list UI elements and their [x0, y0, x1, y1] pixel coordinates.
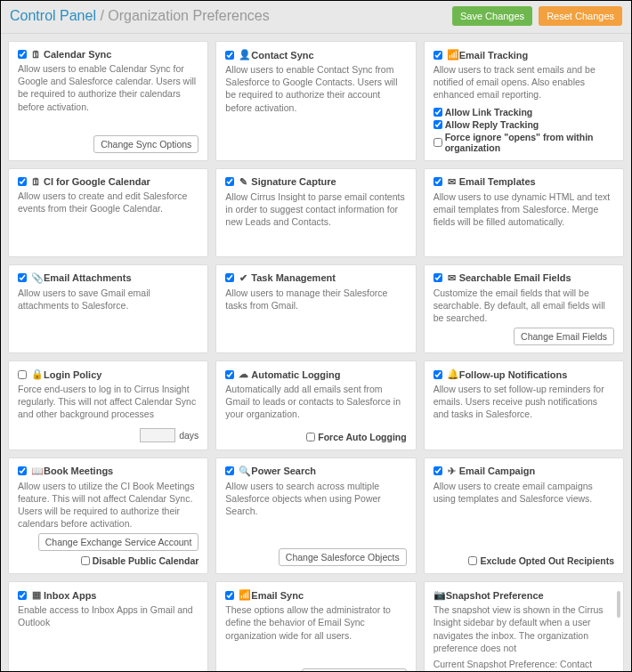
check-icon: ✔: [239, 272, 248, 284]
allow-link-tracking-checkbox[interactable]: [433, 108, 442, 117]
signature-capture-checkbox[interactable]: [225, 177, 234, 186]
card-desc: Allow users to use dynamic HTML and text…: [433, 190, 614, 229]
card-power-search: 🔍 Power Search Allow users to search acr…: [215, 457, 416, 575]
card-desc: Enable access to Inbox Apps in Gmail and…: [18, 603, 199, 628]
card-desc: Allow users to search across multiple Sa…: [225, 480, 406, 518]
email-tracking-checkbox[interactable]: [433, 51, 442, 60]
card-title-label: Email Sync: [251, 590, 304, 601]
card-desc: Allow users to save Gmail email attachme…: [18, 287, 199, 312]
sub-label: Allow Reply Tracking: [445, 119, 539, 130]
card-task-management: ✔ Task Management Allow users to manage …: [215, 264, 416, 354]
wifi-icon: 📶: [447, 49, 457, 61]
cards-grid: 🗓 Calendar Sync Allow users to enable Ca…: [1, 34, 631, 672]
bell-icon: 🔔: [447, 368, 457, 380]
calendar-sync-checkbox[interactable]: [18, 50, 27, 59]
calendar-icon: 🗓: [31, 49, 41, 60]
task-management-checkbox[interactable]: [225, 273, 234, 282]
card-snapshot-preference: 📷 Snapshot Preference The snapshot view …: [424, 581, 624, 672]
save-button[interactable]: Save Changes: [452, 6, 532, 26]
lock-icon: 🔒: [31, 368, 41, 380]
inbox-apps-checkbox[interactable]: [18, 591, 27, 600]
days-label: days: [179, 430, 199, 441]
envelope-icon: ✉: [447, 272, 457, 284]
scrollbar[interactable]: [617, 591, 620, 618]
book-icon: 📖: [31, 466, 41, 477]
card-email-attachments: 📎 Email Attachments Allow users to save …: [8, 264, 208, 354]
followup-checkbox[interactable]: [433, 370, 442, 379]
power-search-checkbox[interactable]: [225, 466, 234, 475]
force-auto-logging-checkbox[interactable]: [306, 433, 315, 441]
card-title-label: Snapshot Preference: [446, 590, 544, 601]
card-title-label: Automatic Logging: [251, 369, 340, 380]
card-contact-sync: 👤 Contact Sync Allow users to enable Con…: [215, 41, 416, 161]
card-title-label: Calendar Sync: [44, 49, 111, 60]
breadcrumb-sep: /: [96, 8, 108, 23]
card-desc: Allow users to manage their Salesforce t…: [225, 287, 406, 312]
breadcrumb: Control Panel / Organization Preferences: [10, 8, 270, 24]
exclude-opted-out-checkbox[interactable]: [468, 556, 477, 565]
card-desc: Force end-users to log in to Cirrus Insi…: [18, 383, 199, 421]
card-title-label: Email Templates: [459, 176, 536, 187]
disable-public-calendar-checkbox[interactable]: [81, 556, 90, 565]
card-title-label: Power Search: [251, 466, 316, 476]
current-snapshot-label: Current Snapshot Preference: Contact: [433, 658, 614, 670]
card-desc: Allow users to enable Calendar Sync for …: [18, 62, 199, 113]
email-sync-checkbox[interactable]: [225, 591, 234, 600]
email-templates-checkbox[interactable]: [433, 177, 442, 186]
email-campaign-checkbox[interactable]: [433, 466, 442, 475]
contact-sync-checkbox[interactable]: [225, 51, 234, 60]
envelope-icon: ✉: [447, 176, 457, 188]
reset-button[interactable]: Reset Changes: [539, 6, 622, 26]
card-desc: Allow users to enable Contact Sync from …: [225, 63, 406, 114]
camera-icon: 📷: [433, 589, 443, 601]
card-title-label: Signature Capture: [251, 176, 336, 187]
grid-icon: ▦: [31, 589, 41, 601]
auto-logging-checkbox[interactable]: [225, 370, 234, 379]
breadcrumb-root[interactable]: Control Panel: [10, 8, 96, 23]
change-salesforce-objects-button[interactable]: Change Salesforce Objects: [279, 548, 407, 566]
card-inbox-apps: ▦ Inbox Apps Enable access to Inbox Apps…: [8, 581, 208, 672]
card-calendar-sync: 🗓 Calendar Sync Allow users to enable Ca…: [8, 41, 208, 161]
sub-label: Exclude Opted Out Recipients: [480, 555, 614, 566]
card-title-label: Email Attachments: [44, 272, 132, 283]
card-automatic-logging: ☁ Automatic Logging Automatically add al…: [215, 360, 416, 450]
card-email-sync: 📶 Email Sync These options allow the adm…: [215, 581, 416, 672]
card-desc: Allow users to utilize the CI Book Meeti…: [18, 480, 199, 530]
change-exchange-account-button[interactable]: Change Exchange Service Account: [38, 533, 199, 551]
sub-label: Force Auto Logging: [318, 432, 406, 442]
ci-google-checkbox[interactable]: [18, 177, 27, 186]
card-followup-notifications: 🔔 Follow-up Notifications Allow users to…: [424, 360, 624, 450]
card-title-label: Searchable Email Fields: [459, 272, 571, 283]
sub-label: Allow Link Tracking: [445, 107, 533, 117]
card-title-label: Contact Sync: [251, 50, 313, 61]
card-desc: These options allow the administrator to…: [225, 603, 406, 642]
email-attachments-checkbox[interactable]: [18, 273, 27, 282]
card-title-label: Book Meetings: [44, 466, 113, 476]
search-icon: 🔍: [239, 466, 248, 477]
searchable-email-checkbox[interactable]: [433, 273, 442, 282]
login-policy-checkbox[interactable]: [18, 370, 27, 379]
force-ignore-opens-checkbox[interactable]: [433, 138, 442, 147]
send-icon: ✈: [447, 466, 457, 477]
change-sync-options-button[interactable]: Change Sync Options: [93, 135, 199, 153]
sub-label: Disable Public Calendar: [93, 555, 199, 566]
card-title-label: Email Campaign: [459, 466, 536, 476]
card-title-label: Follow-up Notifications: [459, 369, 568, 380]
header-actions: Save Changes Reset Changes: [449, 6, 622, 26]
wifi-icon: 📶: [239, 589, 248, 601]
card-login-policy: 🔒 Login Policy Force end-users to log in…: [8, 360, 208, 450]
change-sync-options-button[interactable]: Change Sync Options: [302, 668, 407, 672]
calendar-icon: 🗓: [31, 176, 41, 187]
card-book-meetings: 📖 Book Meetings Allow users to utilize t…: [8, 457, 208, 575]
change-email-fields-button[interactable]: Change Email Fields: [514, 328, 614, 345]
card-ci-google-calendar: 🗓 CI for Google Calendar Allow users to …: [8, 168, 208, 257]
allow-reply-tracking-checkbox[interactable]: [433, 120, 442, 129]
card-title-label: Task Management: [251, 272, 336, 283]
paperclip-icon: 📎: [31, 272, 41, 284]
book-meetings-checkbox[interactable]: [18, 466, 27, 475]
page-header: Control Panel / Organization Preferences…: [1, 1, 631, 34]
card-title-label: Login Policy: [44, 369, 101, 380]
card-desc: Customize the email fields that will be …: [433, 287, 614, 325]
login-policy-days-input[interactable]: [140, 428, 175, 442]
card-title-label: CI for Google Calendar: [44, 176, 150, 187]
